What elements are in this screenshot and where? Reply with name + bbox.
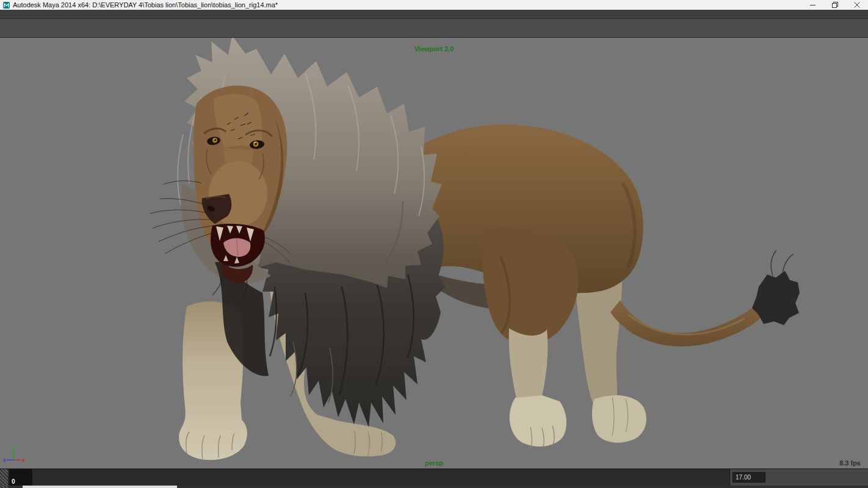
window-titlebar: Autodesk Maya 2014 x64: D:\EVERYDAY 4\To… [0, 0, 868, 10]
minimize-button[interactable] [802, 0, 824, 10]
panel-toolbar [0, 27, 868, 38]
axis-gizmo: y z x [1, 444, 28, 465]
time-slider[interactable]: 0 [8, 469, 730, 486]
range-drag-handle[interactable] [0, 486, 8, 488]
current-time-field[interactable] [732, 472, 765, 483]
window-title: Autodesk Maya 2014 x64: D:\EVERYDAY 4\To… [13, 1, 278, 9]
axis-y-label: y [12, 445, 15, 451]
window-controls [802, 0, 868, 10]
timeline-drag-handle[interactable] [0, 469, 8, 486]
panel-menu-bar [0, 19, 868, 27]
playback-panel [730, 469, 868, 486]
axis-x-label: x [22, 457, 25, 463]
restore-button[interactable] [824, 0, 846, 10]
time-slider-bar: 0 [0, 468, 868, 486]
viewport[interactable]: Viewport 2.0 persp 8.3 fps y z x [0, 38, 868, 468]
maya-window: Autodesk Maya 2014 x64: D:\EVERYDAY 4\To… [0, 0, 868, 488]
current-frame-label: 0 [12, 478, 15, 485]
lion-model[interactable] [0, 38, 868, 468]
close-button[interactable] [846, 0, 868, 10]
menu-bar [0, 10, 868, 19]
maya-logo-icon [3, 2, 10, 9]
fps-counter: 8.3 fps [839, 459, 861, 467]
range-slider-thumb[interactable] [23, 486, 177, 488]
range-slider-row [0, 486, 868, 488]
camera-label: persp [0, 459, 868, 467]
renderer-label: Viewport 2.0 [0, 45, 868, 52]
axis-z-label: z [3, 457, 6, 463]
